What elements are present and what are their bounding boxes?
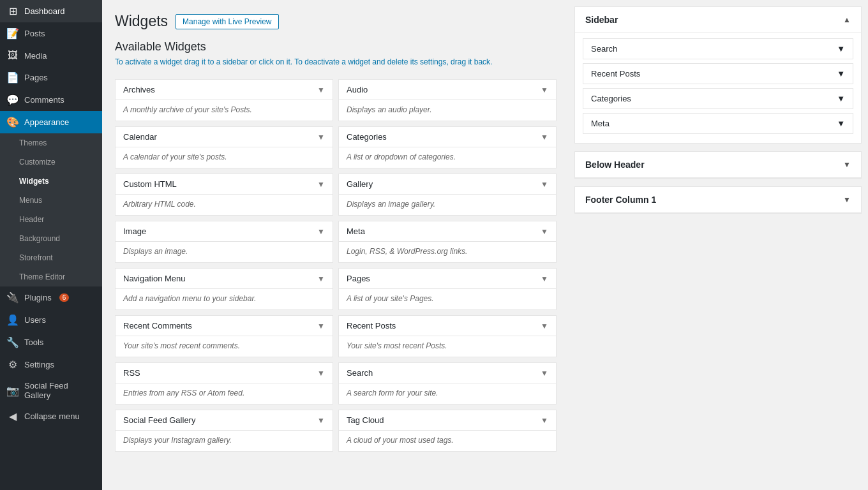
sidebar-item-collapse[interactable]: ◀ Collapse menu	[0, 405, 102, 427]
widget-cell: Archives ▼ A monthly archive of your sit…	[115, 77, 338, 124]
sidebar-item-media[interactable]: 🖼 Media	[0, 45, 102, 66]
sidebar-item-background[interactable]: Background	[0, 229, 102, 248]
widget-header-recent-posts[interactable]: Recent Posts ▼	[339, 316, 556, 336]
widget-arrow-custom-html: ▼	[317, 180, 325, 189]
sidebar-item-tools[interactable]: 🔧 Tools	[0, 331, 102, 353]
sidebar-item-pages[interactable]: 📄 Pages	[0, 66, 102, 89]
widget-cell: Image ▼ Displays an image.	[115, 218, 338, 265]
widget-desc-navigation-menu: Add a navigation menu to your sidebar.	[116, 289, 333, 309]
widget-desc-recent-posts: Your site's most recent Posts.	[339, 336, 556, 357]
widget-arrow-rss: ▼	[317, 369, 325, 378]
sidebar-label-appearance: Appearance	[24, 117, 69, 127]
sidebar-item-dashboard[interactable]: ⊞ Dashboard	[0, 0, 102, 22]
widget-arrow-pages: ▼	[541, 274, 548, 283]
footer-col1-arrow: ▼	[843, 195, 851, 204]
widget-cell: Custom HTML ▼ Arbitrary HTML code.	[115, 171, 338, 218]
widget-arrow-calendar: ▼	[317, 133, 325, 142]
widget-header-pages[interactable]: Pages ▼	[339, 269, 556, 289]
below-header-header[interactable]: Below Header ▼	[575, 152, 861, 178]
widget-header-archives[interactable]: Archives ▼	[116, 80, 333, 100]
sidebar-item-header[interactable]: Header	[0, 210, 102, 229]
widget-box-audio: Audio ▼ Displays an audio player.	[338, 79, 557, 121]
footer-col1-header[interactable]: Footer Column 1 ▼	[575, 187, 861, 213]
swa-widget-name-meta: Meta	[591, 119, 610, 128]
widget-name-recent-posts: Recent Posts	[347, 321, 396, 330]
sidebar-area-title: Sidebar	[585, 15, 618, 25]
widget-cell: Gallery ▼ Displays an image gallery.	[338, 171, 562, 218]
widget-header-rss[interactable]: RSS ▼	[116, 363, 333, 383]
widget-box-search: Search ▼ A search form for your site.	[338, 362, 557, 405]
widget-header-gallery[interactable]: Gallery ▼	[339, 174, 556, 195]
widget-arrow-tag-cloud: ▼	[541, 416, 548, 425]
widget-desc-recent-comments: Your site's most recent comments.	[116, 336, 333, 357]
widget-name-recent-comments: Recent Comments	[123, 321, 192, 330]
widget-box-navigation-menu: Navigation Menu ▼ Add a navigation menu …	[115, 268, 333, 310]
widget-header-categories[interactable]: Categories ▼	[339, 127, 556, 147]
swa-widget-meta[interactable]: Meta ▼	[583, 113, 853, 134]
widget-arrow-social-feed-gallery: ▼	[317, 416, 325, 425]
collapse-icon: ◀	[6, 410, 19, 422]
manage-live-preview-button[interactable]: Manage with Live Preview	[176, 14, 278, 29]
widget-header-calendar[interactable]: Calendar ▼	[116, 127, 333, 147]
sidebar-item-widgets[interactable]: Widgets	[0, 172, 102, 191]
swa-widget-arrow-recent-posts: ▼	[837, 69, 845, 78]
sidebar-item-appearance[interactable]: 🎨 Appearance	[0, 111, 102, 133]
right-panel: Sidebar ▲ Search ▼ Recent Posts ▼ Catego…	[574, 0, 868, 490]
widget-arrow-navigation-menu: ▼	[317, 274, 325, 283]
widget-cell: Pages ▼ A list of your site's Pages.	[338, 265, 562, 313]
widget-header-image[interactable]: Image ▼	[116, 221, 333, 242]
sidebar-item-plugins[interactable]: 🔌 Plugins 6	[0, 286, 102, 309]
widget-arrow-meta: ▼	[541, 227, 548, 236]
widget-header-social-feed-gallery[interactable]: Social Feed Gallery ▼	[116, 410, 333, 431]
sidebar-label-menus: Menus	[19, 196, 42, 205]
widget-box-tag-cloud: Tag Cloud ▼ A cloud of your most used ta…	[338, 410, 557, 452]
sidebar-area-arrow: ▲	[843, 15, 851, 24]
widget-header-navigation-menu[interactable]: Navigation Menu ▼	[116, 269, 333, 289]
widget-header-custom-html[interactable]: Custom HTML ▼	[116, 174, 333, 195]
appearance-icon: 🎨	[6, 116, 19, 128]
widget-cell: Categories ▼ A list or dropdown of categ…	[338, 124, 562, 171]
sidebar-label-comments: Comments	[24, 95, 64, 105]
widget-cell: Audio ▼ Displays an audio player.	[338, 77, 562, 124]
swa-widget-arrow-categories: ▼	[837, 94, 845, 103]
widget-name-archives: Archives	[123, 85, 155, 94]
sidebar-item-customize[interactable]: Customize	[0, 152, 102, 172]
sidebar-label-header: Header	[19, 215, 44, 224]
widget-box-recent-posts: Recent Posts ▼ Your site's most recent P…	[338, 315, 557, 357]
sidebar-item-themes[interactable]: Themes	[0, 133, 102, 152]
sidebar-item-menus[interactable]: Menus	[0, 191, 102, 210]
social-feed-icon: 📷	[6, 385, 19, 397]
widget-arrow-search: ▼	[541, 369, 548, 378]
sidebar-label-media: Media	[24, 51, 47, 61]
widget-cell: Search ▼ A search form for your site.	[338, 360, 562, 407]
widget-header-audio[interactable]: Audio ▼	[339, 80, 556, 100]
widget-name-audio: Audio	[347, 85, 368, 94]
sidebar-item-theme-editor[interactable]: Theme Editor	[0, 267, 102, 286]
widget-cell: RSS ▼ Entries from any RSS or Atom feed.	[115, 360, 338, 407]
swa-widget-recent-posts[interactable]: Recent Posts ▼	[583, 63, 853, 84]
widget-desc-search: A search form for your site.	[339, 383, 556, 404]
sidebar-label-tools: Tools	[24, 338, 43, 347]
widget-name-rss: RSS	[123, 368, 140, 378]
sidebar-item-storefront[interactable]: Storefront	[0, 248, 102, 267]
widget-cell: Navigation Menu ▼ Add a navigation menu …	[115, 265, 338, 313]
widget-header-meta[interactable]: Meta ▼	[339, 221, 556, 242]
swa-widget-arrow-search: ▼	[837, 44, 845, 54]
sidebar-item-users[interactable]: 👤 Users	[0, 309, 102, 331]
widget-arrow-recent-comments: ▼	[317, 322, 325, 330]
swa-widget-search[interactable]: Search ▼	[583, 38, 853, 59]
swa-widget-categories[interactable]: Categories ▼	[583, 88, 853, 109]
admin-sidebar: ⊞ Dashboard 📝 Posts 🖼 Media 📄 Pages 💬 Co…	[0, 0, 102, 490]
sidebar-label-customize: Customize	[19, 158, 56, 167]
widget-header-search[interactable]: Search ▼	[339, 363, 556, 383]
sidebar-area-header[interactable]: Sidebar ▲	[575, 7, 861, 33]
widget-arrow-image: ▼	[317, 227, 325, 236]
sidebar-item-social-feed[interactable]: 📷 Social Feed Gallery	[0, 376, 102, 405]
sidebar-item-settings[interactable]: ⚙ Settings	[0, 353, 102, 376]
sidebar-widget-area: Sidebar ▲ Search ▼ Recent Posts ▼ Catego…	[574, 6, 862, 144]
widget-box-gallery: Gallery ▼ Displays an image gallery.	[338, 174, 557, 216]
sidebar-item-comments[interactable]: 💬 Comments	[0, 89, 102, 111]
widget-header-recent-comments[interactable]: Recent Comments ▼	[116, 316, 333, 336]
widget-header-tag-cloud[interactable]: Tag Cloud ▼	[339, 410, 556, 431]
sidebar-item-posts[interactable]: 📝 Posts	[0, 22, 102, 45]
